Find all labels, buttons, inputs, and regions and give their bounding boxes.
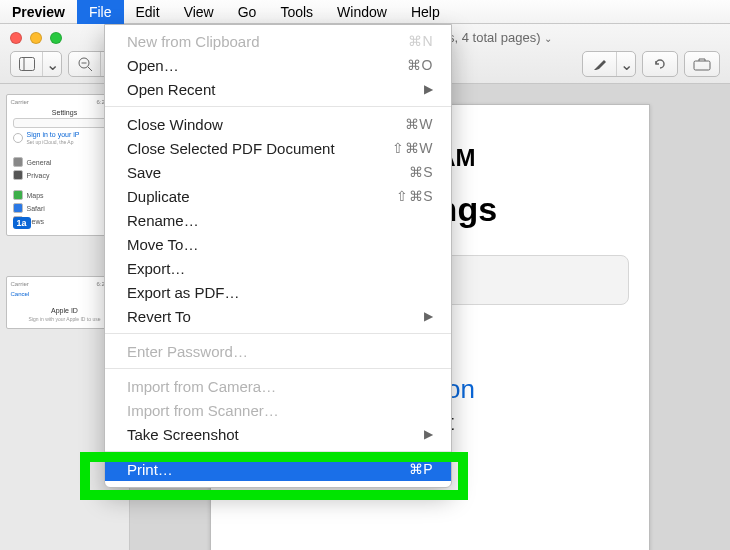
- highlight-button[interactable]: [583, 52, 617, 76]
- menu-item-export[interactable]: Export…: [105, 256, 451, 280]
- menu-item-save[interactable]: Save⌘S: [105, 160, 451, 184]
- menu-item-label: Revert To: [127, 308, 424, 325]
- menu-item-label: Move To…: [127, 236, 433, 253]
- rotate-icon: [652, 56, 668, 72]
- toolbox-icon: [693, 57, 711, 71]
- menu-item-import-from-camera: Import from Camera…: [105, 374, 451, 398]
- submenu-arrow-icon: ▶: [424, 82, 433, 96]
- menu-item-label: Save: [127, 164, 409, 181]
- menu-shortcut: ⌘S: [409, 164, 433, 180]
- menu-separator: [105, 106, 451, 107]
- menu-item-duplicate[interactable]: Duplicate⇧⌘S: [105, 184, 451, 208]
- menu-shortcut: ⌘O: [407, 57, 433, 73]
- rotate-button[interactable]: [643, 52, 677, 76]
- menu-edit[interactable]: Edit: [124, 0, 172, 24]
- menu-item-label: Duplicate: [127, 188, 396, 205]
- highlight-dropdown[interactable]: ⌄: [617, 52, 635, 76]
- menu-file[interactable]: File: [77, 0, 124, 24]
- menu-shortcut: ⇧⌘W: [392, 140, 433, 156]
- sidebar-toggle-button[interactable]: [11, 52, 43, 76]
- step-badge: 1a: [13, 217, 31, 229]
- sidebar-mode-dropdown[interactable]: ⌄: [43, 52, 61, 76]
- menu-item-enter-password: Enter Password…: [105, 339, 451, 363]
- menu-item-label: Print…: [127, 461, 409, 478]
- menu-item-open[interactable]: Open…⌘O: [105, 53, 451, 77]
- menu-item-label: Enter Password…: [127, 343, 433, 360]
- menu-help[interactable]: Help: [399, 0, 452, 24]
- menu-item-label: Export…: [127, 260, 433, 277]
- zoom-out-button[interactable]: [69, 52, 101, 76]
- menu-go[interactable]: Go: [226, 0, 269, 24]
- highlight-icon: [592, 56, 608, 72]
- menu-item-open-recent[interactable]: Open Recent▶: [105, 77, 451, 101]
- menu-item-label: Export as PDF…: [127, 284, 433, 301]
- menu-separator: [105, 368, 451, 369]
- menu-item-export-as-pdf[interactable]: Export as PDF…: [105, 280, 451, 304]
- menu-bar: Preview File Edit View Go Tools Window H…: [0, 0, 730, 24]
- menu-item-label: Import from Scanner…: [127, 402, 433, 419]
- menu-shortcut: ⌘P: [409, 461, 433, 477]
- markup-toolbar-button[interactable]: [685, 52, 719, 76]
- sidebar-icon: [19, 57, 35, 71]
- menu-window[interactable]: Window: [325, 0, 399, 24]
- file-menu-dropdown: New from Clipboard⌘NOpen…⌘OOpen Recent▶C…: [104, 24, 452, 488]
- menu-item-new-from-clipboard: New from Clipboard⌘N: [105, 29, 451, 53]
- menu-item-close-window[interactable]: Close Window⌘W: [105, 112, 451, 136]
- markup-group: ⌄: [582, 51, 636, 77]
- menu-shortcut: ⌘W: [405, 116, 433, 132]
- submenu-arrow-icon: ▶: [424, 309, 433, 323]
- menu-separator: [105, 451, 451, 452]
- menu-item-label: New from Clipboard: [127, 33, 408, 50]
- submenu-arrow-icon: ▶: [424, 427, 433, 441]
- menu-item-label: Take Screenshot: [127, 426, 424, 443]
- menu-item-rename[interactable]: Rename…: [105, 208, 451, 232]
- zoom-out-icon: [77, 56, 93, 72]
- menu-item-label: Open…: [127, 57, 407, 74]
- svg-rect-9: [694, 61, 710, 70]
- menu-item-print[interactable]: Print…⌘P: [105, 457, 451, 481]
- menu-tools[interactable]: Tools: [268, 0, 325, 24]
- sidebar-toggle-group: ⌄: [10, 51, 62, 77]
- menu-item-label: Close Window: [127, 116, 405, 133]
- menu-separator: [105, 333, 451, 334]
- menu-item-revert-to[interactable]: Revert To▶: [105, 304, 451, 328]
- svg-line-3: [88, 67, 92, 71]
- menu-item-label: Rename…: [127, 212, 433, 229]
- menu-shortcut: ⌘N: [408, 33, 433, 49]
- menu-item-import-from-scanner: Import from Scanner…: [105, 398, 451, 422]
- menu-item-close-selected-pdf-document[interactable]: Close Selected PDF Document⇧⌘W: [105, 136, 451, 160]
- menu-view[interactable]: View: [172, 0, 226, 24]
- menu-item-move-to[interactable]: Move To…: [105, 232, 451, 256]
- menu-app[interactable]: Preview: [0, 0, 77, 24]
- menu-shortcut: ⇧⌘S: [396, 188, 433, 204]
- menu-item-label: Import from Camera…: [127, 378, 433, 395]
- menu-item-label: Open Recent: [127, 81, 424, 98]
- menu-item-take-screenshot[interactable]: Take Screenshot▶: [105, 422, 451, 446]
- menu-item-label: Close Selected PDF Document: [127, 140, 392, 157]
- svg-rect-0: [19, 58, 34, 71]
